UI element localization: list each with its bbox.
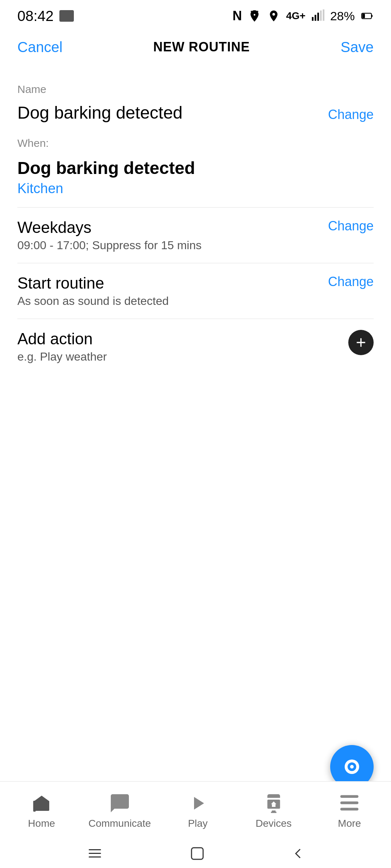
home-icon	[30, 792, 53, 815]
divider-1	[17, 207, 374, 208]
start-routine-row: Start routine As soon as sound is detect…	[17, 274, 374, 308]
name-row: Dog barking detected Change	[17, 103, 374, 126]
trigger-row: Dog barking detected Kitchen	[17, 158, 374, 196]
status-icons: N 4G+ 28%	[232, 8, 374, 24]
svg-rect-19	[340, 795, 358, 798]
network-icon: 4G+	[286, 10, 306, 22]
name-value: Dog barking detected	[17, 103, 182, 123]
name-change-button[interactable]: Change	[328, 107, 374, 122]
svg-rect-6	[371, 15, 373, 17]
svg-rect-21	[340, 808, 358, 810]
schedule-info: Weekdays 09:00 - 17:00; Suppress for 15 …	[17, 218, 328, 252]
page-title: NEW ROUTINE	[153, 39, 250, 55]
add-action-title: Add action	[17, 330, 348, 348]
play-icon	[186, 792, 209, 815]
start-routine-detail: As soon as sound is detected	[17, 294, 328, 308]
add-action-button[interactable]	[348, 330, 374, 355]
nav-item-play[interactable]: Play	[169, 792, 227, 829]
nfc-icon: N	[232, 8, 242, 24]
divider-2	[17, 263, 374, 263]
name-label: Name	[17, 83, 374, 95]
nav-item-communicate[interactable]: Communicate	[88, 792, 151, 829]
alarm-icon	[248, 9, 261, 23]
svg-rect-13	[35, 802, 48, 810]
page-header: Cancel NEW ROUTINE Save	[0, 29, 391, 65]
save-button[interactable]: Save	[341, 39, 374, 55]
start-routine-title: Start routine	[17, 274, 328, 292]
svg-rect-24	[89, 856, 101, 858]
nav-item-devices[interactable]: Devices	[245, 792, 303, 829]
main-content: Name Dog barking detected Change When: D…	[0, 65, 391, 374]
nav-label-home: Home	[28, 818, 55, 829]
trigger-title: Dog barking detected	[17, 158, 374, 178]
svg-rect-20	[340, 801, 358, 804]
home-button[interactable]	[189, 845, 206, 862]
nav-item-home[interactable]: Home	[13, 792, 71, 829]
svg-rect-0	[312, 17, 314, 21]
add-action-detail: e.g. Play weather	[17, 350, 348, 363]
battery-text: 28%	[330, 9, 355, 23]
svg-rect-14	[33, 801, 35, 812]
status-time: 08:42	[17, 8, 74, 24]
svg-rect-3	[320, 10, 322, 21]
photo-icon	[59, 10, 74, 22]
system-nav-bar	[0, 839, 391, 868]
svg-rect-25	[192, 848, 203, 859]
status-bar: 08:42 N 4G+	[0, 0, 391, 29]
svg-rect-22	[89, 849, 101, 850]
svg-rect-7	[362, 14, 365, 18]
svg-point-10	[350, 765, 354, 769]
schedule-detail: 09:00 - 17:00; Suppress for 15 mins	[17, 239, 328, 252]
add-action-row: Add action e.g. Play weather	[17, 330, 374, 363]
back-button[interactable]	[291, 845, 305, 862]
cancel-button[interactable]: Cancel	[17, 39, 63, 55]
when-section: When: Dog barking detected Kitchen Weekd…	[17, 137, 374, 363]
schedule-change-button[interactable]: Change	[328, 218, 374, 234]
recent-apps-button[interactable]	[86, 846, 104, 861]
communicate-icon	[108, 792, 131, 815]
svg-rect-1	[315, 15, 316, 21]
nav-label-more: More	[338, 818, 361, 829]
add-action-info: Add action e.g. Play weather	[17, 330, 348, 363]
start-routine-info: Start routine As soon as sound is detect…	[17, 274, 328, 308]
start-routine-change-button[interactable]: Change	[328, 274, 374, 289]
when-label: When:	[17, 137, 374, 149]
svg-rect-23	[89, 853, 101, 854]
more-icon	[338, 792, 361, 815]
devices-icon	[262, 792, 285, 815]
location-icon	[267, 9, 280, 22]
nav-item-more[interactable]: More	[320, 792, 378, 829]
nav-label-devices: Devices	[256, 818, 292, 829]
svg-rect-18	[272, 804, 276, 807]
time-text: 08:42	[17, 8, 54, 24]
schedule-title: Weekdays	[17, 218, 328, 237]
divider-3	[17, 319, 374, 319]
battery-icon	[361, 9, 374, 22]
nav-label-communicate: Communicate	[88, 818, 151, 829]
svg-rect-2	[317, 13, 319, 21]
signal-icon	[311, 9, 324, 22]
svg-rect-4	[323, 9, 324, 21]
nav-label-play: Play	[188, 818, 207, 829]
name-section: Name Dog barking detected Change	[17, 83, 374, 126]
schedule-row: Weekdays 09:00 - 17:00; Suppress for 15 …	[17, 218, 374, 252]
trigger-location[interactable]: Kitchen	[17, 181, 374, 196]
bottom-nav: Home Communicate Play	[0, 781, 391, 839]
